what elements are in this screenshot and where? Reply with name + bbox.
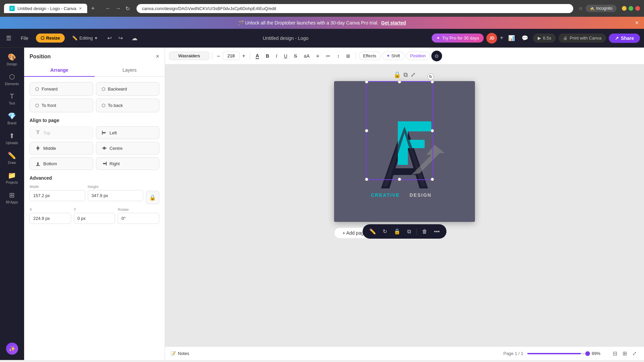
align-top-button[interactable]: Top: [30, 126, 93, 139]
resize-button[interactable]: ⬡ Resize: [36, 34, 65, 43]
copy-style-button[interactable]: ⊙ Copy style: [431, 51, 442, 61]
incognito-button[interactable]: 🕵 Incognito: [586, 5, 616, 12]
to-back-icon: ⬡: [102, 103, 105, 108]
spacing-icon: ↕: [337, 53, 339, 59]
sidebar-draw-label: Draw: [8, 161, 16, 165]
share-button[interactable]: ↗ Share: [609, 34, 640, 43]
duplicate-canvas-button[interactable]: ⧉: [404, 71, 408, 78]
redo-button[interactable]: ↪: [116, 33, 125, 43]
font-selector[interactable]: Wasraiders: [169, 52, 209, 60]
address-bar[interactable]: canva.com/design/DAGVwdNCKVU/3sBF0dvJxCp…: [137, 4, 573, 13]
sidebar-item-apps[interactable]: ⊞ 89 Apps: [1, 188, 23, 207]
position-button[interactable]: Position: [406, 52, 430, 60]
banner-close-button[interactable]: ×: [635, 19, 639, 26]
y-input[interactable]: [74, 213, 115, 224]
maximize-button[interactable]: [629, 6, 633, 11]
tab-layers[interactable]: Layers: [95, 64, 165, 76]
list-button[interactable]: ≔: [323, 51, 333, 61]
forward-button[interactable]: ⬡ Forward: [30, 82, 93, 96]
more-options-button[interactable]: •••: [431, 227, 442, 237]
magic-button[interactable]: ✨: [6, 343, 18, 355]
resize-handle-tm[interactable]: [398, 80, 401, 83]
back-button[interactable]: ←: [104, 4, 112, 13]
undo-button[interactable]: ↩: [105, 33, 114, 43]
sidebar-item-design[interactable]: 🎨 Design: [1, 50, 23, 69]
rotate-input[interactable]: [118, 213, 159, 224]
tab-close-button[interactable]: ×: [79, 6, 82, 11]
browser-tab-canva[interactable]: C Untitled design - Logo - Canva ×: [4, 4, 87, 13]
sidebar-item-magic[interactable]: ✨: [1, 340, 23, 357]
add-team-button[interactable]: +: [500, 35, 503, 42]
rotate-element-button[interactable]: ↻: [380, 226, 390, 237]
file-menu-button[interactable]: File: [17, 34, 32, 43]
comments-button[interactable]: 💬: [520, 33, 530, 43]
bold-button[interactable]: B: [263, 51, 272, 61]
sidebar-item-elements[interactable]: ⬡ Elements: [1, 70, 23, 88]
design-canvas[interactable]: CREATIVE DESIGN ↻: [334, 81, 475, 222]
sidebar-item-text[interactable]: T Text: [1, 90, 23, 108]
height-input[interactable]: [88, 190, 144, 201]
lock-element-button[interactable]: 🔒: [391, 226, 403, 237]
font-size-increase-button[interactable]: +: [240, 52, 247, 60]
x-input[interactable]: [30, 213, 71, 224]
close-button[interactable]: [635, 6, 640, 11]
align-bottom-label: Bottom: [43, 161, 57, 166]
resize-handle-tl[interactable]: [365, 80, 368, 83]
expand-canvas-button[interactable]: ⤢: [411, 71, 416, 78]
new-tab-button[interactable]: +: [89, 4, 98, 13]
resize-handle-tr[interactable]: [431, 80, 434, 83]
panel-close-button[interactable]: ×: [156, 53, 159, 60]
align-middle-button[interactable]: Middle: [30, 142, 93, 155]
duplicate-element-button[interactable]: ⧉: [405, 227, 414, 237]
align-left-button[interactable]: Left: [96, 126, 160, 139]
lock-canvas-button[interactable]: 🔒: [393, 71, 401, 78]
banner-cta-link[interactable]: Get started: [381, 20, 406, 25]
cloud-save-button[interactable]: ☁: [129, 33, 140, 44]
to-front-button[interactable]: ⬡ To front: [30, 99, 93, 112]
rotate-handle[interactable]: ↻: [427, 73, 434, 80]
minimize-button[interactable]: [622, 6, 627, 11]
sidebar-item-brand[interactable]: 💎 Brand: [1, 109, 23, 128]
edit-element-button[interactable]: ✏️: [367, 226, 379, 237]
align-bottom-button[interactable]: Bottom: [30, 157, 93, 170]
try-pro-button[interactable]: ✦ Try Pro for 30 days: [432, 34, 484, 43]
present-button[interactable]: ▶ 6.5s: [533, 34, 556, 43]
effects-button[interactable]: Effects: [359, 52, 381, 60]
grid-view-single-button[interactable]: ⊟: [611, 349, 619, 358]
line-spacing-button[interactable]: ↕: [334, 51, 342, 61]
strikethrough-button[interactable]: S: [291, 51, 300, 61]
notes-button[interactable]: 📝 Notes: [170, 351, 189, 356]
delete-element-button[interactable]: 🗑: [419, 227, 430, 237]
print-button[interactable]: 🖨 Print with Canva: [558, 34, 606, 43]
forward-button[interactable]: →: [114, 4, 122, 13]
width-input[interactable]: [30, 190, 85, 201]
ratio-lock-button[interactable]: 🔒: [146, 191, 159, 204]
transparency-button[interactable]: ⊞: [343, 51, 353, 61]
align-right-button[interactable]: Right: [96, 157, 160, 170]
font-size-decrease-button[interactable]: –: [215, 52, 222, 60]
tab-arrange[interactable]: Arrange: [24, 64, 95, 77]
fullscreen-button[interactable]: ⤢: [630, 349, 639, 358]
uppercase-button[interactable]: aA: [301, 51, 312, 61]
sidebar-item-projects[interactable]: 📁 Projects: [1, 169, 23, 187]
grid-view-multi-button[interactable]: ⊞: [621, 349, 629, 358]
hamburger-menu-button[interactable]: ☰: [4, 33, 13, 44]
editing-button[interactable]: ✏️ Editing ▾: [69, 34, 101, 43]
text-color-button[interactable]: A: [253, 51, 262, 61]
user-avatar[interactable]: JD: [486, 33, 497, 44]
to-back-button[interactable]: ⬡ To back: [96, 99, 160, 112]
text-align-button[interactable]: ≡: [314, 51, 322, 61]
zoom-track[interactable]: [527, 353, 588, 354]
analytics-button[interactable]: 📊: [506, 33, 517, 43]
zoom-thumb[interactable]: [585, 351, 590, 356]
bookmark-button[interactable]: ☆: [579, 6, 583, 11]
sidebar-item-draw[interactable]: ✏️ Draw: [1, 149, 23, 167]
backward-button[interactable]: ⬡ Backward: [96, 82, 160, 96]
underline-button[interactable]: U: [281, 51, 290, 61]
align-centre-button[interactable]: Centre: [96, 142, 160, 155]
shift-button[interactable]: ✦ Shift: [382, 52, 405, 60]
refresh-button[interactable]: ↻: [124, 4, 131, 13]
italic-button[interactable]: I: [273, 51, 280, 61]
sidebar-item-uploads[interactable]: ⬆ Uploads: [1, 129, 23, 147]
font-size-input[interactable]: [223, 52, 239, 60]
